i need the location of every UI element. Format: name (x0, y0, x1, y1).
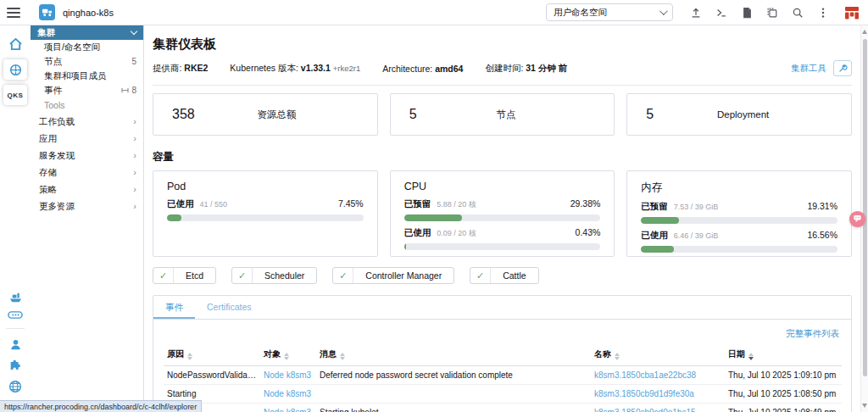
sidebar-group-apps[interactable]: 应用› (31, 131, 143, 146)
cluster-name: qinghao-k8s (63, 8, 114, 18)
extensions-puzzle-icon[interactable] (8, 359, 22, 372)
event-name-link[interactable]: k8sm3.1850cb9d1d9fe30a (594, 389, 694, 398)
sidebar-section-label: 集群 (37, 27, 55, 39)
user-icon[interactable] (9, 338, 22, 351)
rail-divider (6, 328, 25, 329)
rancher-red-logo[interactable] (843, 3, 861, 22)
status-badge-controller-manager: ✓ Controller Manager (332, 267, 454, 284)
object-link[interactable]: Node k8sm3 (264, 408, 311, 412)
events-count-badge: 8 (121, 86, 136, 95)
k8s-version-info: Kubernetes 版本: v1.33.1 +rke2r1 (230, 63, 360, 75)
status-badge-etcd: ✓ Etcd (153, 267, 216, 284)
divider (153, 85, 852, 86)
provider-info: 提供商: RKE2 (153, 63, 208, 75)
event-date: Thu, Jul 10 2025 1:09:10 pm (725, 366, 842, 385)
sidebar-item-events[interactable]: 事件 8 (31, 83, 143, 97)
event-message (316, 385, 591, 404)
sort-icon-active (748, 353, 754, 360)
harbor-icon[interactable] (8, 291, 23, 303)
column-header-reason[interactable]: 原因 (164, 343, 260, 366)
icon-rail: QKS (0, 25, 31, 412)
browser-status-url: https://rancher.procoding.cn/dashboard/c… (0, 400, 202, 412)
sidebar-item-cluster-members[interactable]: 集群和项目成员 (31, 69, 143, 83)
search-icon[interactable] (787, 3, 809, 22)
feedback-floating-button[interactable] (849, 211, 865, 227)
sidebar-item-projects-namespaces[interactable]: 项目/命名空间 (31, 40, 143, 54)
column-header-object[interactable]: 对象 (260, 343, 316, 366)
sidebar-item-nodes[interactable]: 节点 5 (31, 54, 143, 69)
column-header-name[interactable]: 名称 (591, 343, 725, 366)
globe-icon[interactable] (8, 380, 22, 393)
cluster-tools-button[interactable] (833, 60, 852, 76)
event-reason: NodePasswordValidationComplete (164, 366, 260, 385)
check-icon: ✓ (232, 268, 253, 283)
sidebar-group-policy[interactable]: 策略› (31, 182, 143, 197)
sidebar-section-cluster[interactable]: 集群 (31, 25, 143, 40)
object-link[interactable]: Node k8sm3 (264, 389, 311, 398)
sidebar-group-storage[interactable]: 存储› (31, 165, 143, 180)
scrollbar-thumb[interactable] (863, 39, 867, 376)
events-panel: 事件 Certificates 完整事件列表 原因 对象 消息 名称 日期 (153, 295, 852, 412)
chevron-right-icon: › (133, 185, 136, 194)
sidebar-group-service-discovery[interactable]: 服务发现› (31, 148, 143, 163)
import-yaml-icon[interactable] (685, 3, 707, 22)
kubectl-shell-icon[interactable] (710, 3, 732, 22)
gauge-icon (121, 87, 129, 93)
namespace-filter-value: 用户命名空间 (554, 7, 607, 19)
capacity-card-pod: Pod 已使用 41 / 550 7.45% (153, 170, 378, 257)
chevron-right-icon: › (133, 134, 136, 143)
tab-events[interactable]: 事件 (153, 296, 195, 319)
event-name-link[interactable]: k8sm3.1850cba1ae22bc38 (594, 370, 696, 380)
capacity-card-memory: 内存 已预留 7.53 / 39 GiB 19.31% 已使用 6.46 / 3… (626, 170, 852, 257)
nodes-count: 5 (131, 57, 136, 66)
event-name-link[interactable]: k8sm3.1850cb9cd0e1bc15 (594, 408, 696, 412)
kebab-menu-icon[interactable] (812, 3, 834, 22)
copy-kubeconfig-icon[interactable] (761, 3, 783, 22)
sidebar-group-more-resources[interactable]: 更多资源› (31, 199, 143, 214)
chevron-down-icon (131, 28, 137, 35)
summary-card-deployments[interactable]: 5 Deployment (626, 93, 852, 136)
cpu-used-progressbar (404, 243, 601, 250)
column-header-message[interactable]: 消息 (316, 343, 591, 366)
chevron-right-icon: › (133, 117, 136, 126)
namespace-filter-select[interactable]: 用户命名空间 (546, 3, 673, 21)
object-link[interactable]: Node k8sm3 (264, 370, 311, 380)
column-header-date[interactable]: 日期 (725, 343, 842, 366)
scroll-up-arrow-icon[interactable] (862, 30, 867, 34)
hamburger-menu-icon[interactable] (7, 8, 20, 18)
tab-bar: 事件 Certificates (153, 296, 851, 320)
top-bar: qinghao-k8s 用户命名空间 (0, 0, 868, 25)
scroll-down-arrow-icon[interactable] (862, 404, 867, 408)
memory-used-progressbar (641, 246, 837, 253)
event-name: k8sm3.1850cb9d1d9fe30a (591, 385, 725, 404)
full-event-list-link[interactable]: 完整事件列表 (786, 328, 839, 338)
home-icon[interactable] (3, 34, 27, 54)
page-title: 集群仪表板 (153, 36, 852, 53)
cluster-tools-link[interactable]: 集群工具 (791, 63, 826, 75)
architecture-info: Architecture: amd64 (382, 64, 463, 74)
feedback-icon (853, 214, 862, 224)
table-row: Starting Node k8sm3 Starting kubelet. k8… (164, 404, 842, 412)
cluster-icon[interactable] (3, 59, 27, 80)
docs-icon[interactable] (736, 3, 758, 22)
qks-badge[interactable]: QKS (3, 85, 27, 105)
capsule-icon[interactable] (8, 311, 23, 319)
summary-card-resources[interactable]: 358 资源总额 (153, 93, 378, 136)
chevron-right-icon: › (133, 202, 136, 211)
check-icon: ✓ (470, 268, 491, 283)
wrench-icon (838, 64, 848, 73)
status-badge-scheduler: ✓ Scheduler (231, 267, 317, 284)
sidebar-item-tools[interactable]: Tools (31, 97, 143, 112)
event-object: Node k8sm3 (260, 385, 316, 404)
events-table: 原因 对象 消息 名称 日期 NodePasswordValidationCom… (164, 343, 842, 412)
event-message: Starting kubelet. (316, 404, 591, 412)
tab-certificates[interactable]: Certificates (195, 296, 264, 319)
memory-reserved-progressbar (641, 217, 837, 224)
qks-badge-label: QKS (8, 92, 24, 99)
summary-card-nodes[interactable]: 5 节点 (390, 93, 615, 136)
sort-icon (340, 353, 345, 360)
app-logo[interactable] (39, 4, 55, 20)
summary-cards: 358 资源总额 5 节点 5 Deployment (153, 93, 852, 136)
event-name: k8sm3.1850cb9cd0e1bc15 (591, 404, 725, 412)
sidebar-group-workloads[interactable]: 工作负载› (31, 114, 143, 129)
